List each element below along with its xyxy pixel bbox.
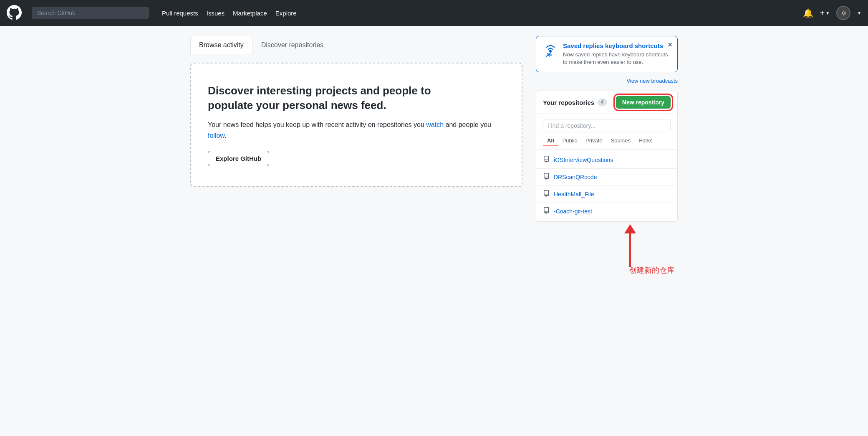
repo-link[interactable]: iOSInterviewQuestions	[554, 157, 613, 163]
broadcast-header: A Saved replies keyboard shortcuts Now s…	[543, 42, 671, 66]
main-container: Browse activity Discover repositories Di…	[184, 26, 684, 285]
notification-icon: 🔔	[803, 8, 813, 18]
broadcast-icon: A	[543, 43, 558, 61]
repo-icon	[543, 156, 550, 164]
left-panel: Browse activity Discover repositories Di…	[190, 36, 522, 275]
navbar-links: Pull requests Issues Marketplace Explore	[162, 10, 793, 17]
list-item: DRScanQRcode	[536, 169, 677, 186]
chevron-down-icon: ▼	[825, 11, 830, 15]
plus-icon: +	[820, 8, 825, 18]
broadcast-banner: A Saved replies keyboard shortcuts Now s…	[536, 36, 678, 72]
arrow-head	[624, 224, 636, 233]
discover-heading: Discover interesting projects and people…	[208, 84, 458, 113]
follow-link[interactable]: follow	[208, 132, 225, 139]
repo-search-input[interactable]	[543, 119, 671, 132]
create-button[interactable]: + ▼	[820, 8, 830, 18]
watch-link[interactable]: watch	[426, 121, 444, 128]
repos-header: Your repositories 4 New repository	[536, 91, 677, 114]
repo-icon	[543, 190, 550, 198]
repo-icon	[543, 207, 550, 215]
nav-pull-requests[interactable]: Pull requests	[162, 10, 198, 17]
right-panel: A Saved replies keyboard shortcuts Now s…	[536, 36, 678, 275]
explore-github-button[interactable]: Explore GitHub	[208, 151, 269, 166]
view-broadcasts: View new broadcasts	[536, 77, 678, 84]
tab-browse-activity[interactable]: Browse activity	[190, 36, 252, 54]
repos-title: Your repositories 4	[543, 99, 607, 106]
arrow-line	[629, 233, 631, 267]
discover-description: Your news feed helps you keep up with re…	[208, 119, 505, 141]
repo-link[interactable]: HealthMall_File	[554, 191, 594, 198]
repo-link[interactable]: -Coach-git-test	[554, 208, 592, 215]
github-logo[interactable]	[7, 5, 22, 21]
arrow-label: 创建新的仓库	[629, 265, 674, 275]
navbar: Pull requests Issues Marketplace Explore…	[0, 0, 868, 26]
repo-icon	[543, 173, 550, 181]
repositories-section: Your repositories 4 New repository All P…	[536, 91, 678, 222]
navbar-actions: 🔔 + ▼ ✡ ▼	[803, 6, 862, 20]
filter-public[interactable]: Public	[558, 136, 581, 146]
tab-discover-repositories[interactable]: Discover repositories	[252, 36, 332, 54]
filter-forks[interactable]: Forks	[635, 136, 657, 146]
list-item: -Coach-git-test	[536, 203, 677, 220]
repo-list: iOSInterviewQuestions DRScanQRcode Healt…	[536, 150, 677, 221]
avatar-chevron: ▼	[857, 11, 861, 15]
list-item: HealthMall_File	[536, 186, 677, 203]
svg-text:A: A	[546, 52, 550, 58]
arrow-annotation: 创建新的仓库	[536, 225, 678, 275]
notification-button[interactable]: 🔔	[803, 8, 813, 18]
view-broadcasts-link[interactable]: View new broadcasts	[626, 78, 678, 84]
avatar[interactable]: ✡	[836, 6, 850, 20]
broadcast-description: Now saved replies have keyboard shortcut…	[563, 51, 671, 66]
search-input[interactable]	[32, 7, 149, 19]
broadcast-close-button[interactable]: ×	[668, 41, 672, 49]
new-repository-button[interactable]: New repository	[616, 96, 671, 109]
repos-count: 4	[598, 99, 607, 106]
filter-sources[interactable]: Sources	[607, 136, 635, 146]
filter-private[interactable]: Private	[581, 136, 606, 146]
filter-all[interactable]: All	[543, 136, 558, 146]
tabs: Browse activity Discover repositories	[190, 36, 522, 54]
discover-box: Discover interesting projects and people…	[190, 63, 522, 187]
repo-link[interactable]: DRScanQRcode	[554, 174, 597, 180]
nav-marketplace[interactable]: Marketplace	[233, 10, 267, 17]
broadcast-title: Saved replies keyboard shortcuts	[563, 42, 671, 49]
nav-issues[interactable]: Issues	[207, 10, 225, 17]
nav-explore[interactable]: Explore	[275, 10, 297, 17]
repo-filters: All Public Private Sources Forks	[536, 136, 677, 150]
red-arrow	[624, 225, 636, 267]
list-item: iOSInterviewQuestions	[536, 152, 677, 169]
broadcast-content: Saved replies keyboard shortcuts Now sav…	[563, 42, 671, 66]
